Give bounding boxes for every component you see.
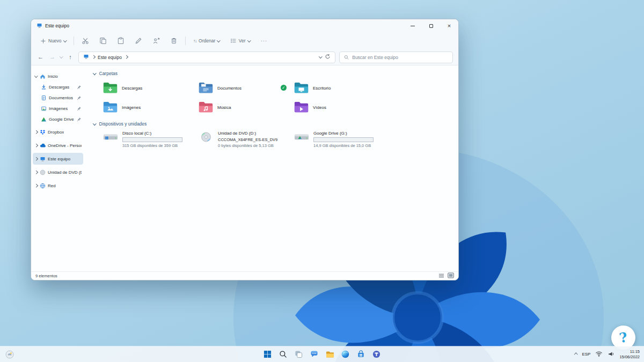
folder-tile-descargas[interactable]: Descargas (103, 80, 199, 95)
address-dropdown-chevron-icon[interactable] (319, 55, 322, 58)
cut-icon (82, 37, 89, 45)
start-button[interactable] (261, 348, 274, 361)
new-button[interactable]: Nuevo (38, 36, 69, 46)
drive-tile-google-drive[interactable]: Google Drive (G:) 14,9 GB disponibles de… (294, 131, 390, 148)
folder-tile-videos[interactable]: Vídeos (294, 100, 390, 115)
network-globe-icon (40, 183, 46, 189)
drive-tile-dvd[interactable]: Unidad de DVD (D:) CCCOMA_X64FRE_ES-ES_D… (199, 131, 294, 148)
chevron-right-icon (34, 144, 38, 147)
clock[interactable]: 11:15 15/06/2022 (619, 349, 640, 360)
plus-icon (40, 38, 46, 44)
sidebar-item-inicio[interactable]: Inicio (33, 71, 83, 82)
sidebar-item-descargas[interactable]: Descargas (33, 82, 83, 92)
widgets-icon[interactable] (5, 350, 14, 359)
pin-icon (77, 95, 82, 100)
desktop: Este equipo × Nuevo (0, 0, 644, 362)
breadcrumb-chevron-icon[interactable] (125, 55, 128, 58)
refresh-button[interactable] (325, 54, 331, 61)
sort-icon: ↑↓ (193, 39, 196, 43)
chevron-down-icon (247, 39, 251, 42)
rename-button[interactable] (132, 35, 145, 46)
devices-grid: Disco local (C:) 315 GB disponibles de 3… (103, 131, 454, 148)
task-view-icon (295, 350, 303, 358)
taskbar-search-button[interactable] (276, 348, 290, 361)
details-view-button[interactable] (438, 273, 444, 279)
more-options-button[interactable]: ··· (258, 36, 270, 45)
forward-button[interactable]: → (48, 54, 56, 60)
task-view-button[interactable] (292, 348, 305, 361)
pin-icon (77, 85, 82, 90)
recent-locations-chevron-icon[interactable] (60, 55, 63, 58)
up-button[interactable]: ↑ (67, 54, 75, 60)
view-button[interactable]: Ver (228, 36, 253, 46)
sidebar-item-dvd[interactable]: Unidad de DVD (D:) (33, 166, 83, 178)
show-hidden-icons-chevron-icon[interactable] (574, 353, 577, 356)
wifi-icon[interactable] (595, 351, 603, 358)
navigation-pane: Inicio Descargas Documentos (31, 65, 85, 271)
sort-button[interactable]: ↑↓ Ordenar (191, 36, 223, 45)
back-button[interactable]: ← (36, 54, 45, 60)
chevron-down-icon[interactable] (93, 71, 96, 75)
chat-button[interactable] (308, 348, 321, 361)
edge-icon (341, 350, 349, 358)
volume-label: CCCOMA_X64FRE_ES-ES_DV9 (218, 137, 277, 142)
items-view: Carpetas Descargas Documentos (85, 65, 458, 271)
onedrive-cloud-icon (40, 143, 46, 149)
sidebar-item-imagenes[interactable]: Imágenes (33, 103, 83, 114)
this-pc-icon (40, 156, 46, 162)
music-folder-icon (199, 101, 213, 113)
this-pc-icon (83, 54, 89, 61)
delete-button[interactable] (167, 35, 180, 46)
close-button[interactable]: × (440, 19, 458, 32)
search-icon (279, 350, 287, 358)
minimize-button[interactable] (404, 19, 422, 32)
explorer-window: Este equipo × Nuevo (31, 19, 459, 280)
search-input[interactable] (352, 55, 448, 60)
window-icon (36, 23, 42, 29)
folder-tile-imagenes[interactable]: Imágenes (103, 100, 199, 115)
teams-button[interactable] (370, 348, 383, 361)
pin-icon (77, 117, 82, 122)
titlebar[interactable]: Este equipo × (31, 19, 458, 32)
edge-button[interactable] (339, 348, 352, 361)
copy-button[interactable] (97, 35, 109, 46)
language-indicator[interactable]: ESP (582, 352, 590, 357)
clock-time: 11:15 (619, 349, 640, 354)
dvd-drive-icon (199, 131, 214, 143)
refresh-icon (325, 54, 331, 60)
paste-button[interactable] (114, 35, 127, 46)
breadcrumb-chevron-icon (92, 55, 95, 58)
chevron-down-icon (34, 74, 38, 77)
sidebar-item-google-drive[interactable]: Google Drive (G:) (33, 114, 83, 124)
pin-icon (77, 106, 82, 111)
drive-free-space: 315 GB disponibles de 359 GB (122, 143, 182, 148)
chevron-down-icon[interactable] (93, 122, 96, 125)
section-header-dispositivos[interactable]: Dispositivos y unidades (93, 121, 454, 127)
cut-button[interactable] (79, 35, 92, 46)
search-box[interactable] (339, 51, 453, 63)
sidebar-item-onedrive[interactable]: OneDrive - Personal (33, 139, 83, 151)
maximize-button[interactable] (422, 19, 440, 32)
chevron-right-icon (34, 130, 38, 134)
taskbar: ESP 11:15 15/06/2022 (0, 346, 644, 362)
volume-icon[interactable] (608, 351, 614, 358)
folder-tile-escritorio[interactable]: Escritorio (294, 80, 390, 95)
download-icon (41, 84, 47, 90)
sidebar-item-dropbox[interactable]: Dropbox (33, 126, 83, 138)
sidebar-item-red[interactable]: Red (33, 180, 83, 191)
breadcrumb[interactable]: Este equipo (98, 55, 122, 60)
sidebar-item-documentos[interactable]: Documentos (33, 92, 83, 103)
drive-tile-c[interactable]: Disco local (C:) 315 GB disponibles de 3… (103, 131, 199, 148)
section-header-carpetas[interactable]: Carpetas (93, 71, 454, 76)
drive-name: Unidad de DVD (D:) (218, 131, 277, 136)
large-icons-view-button[interactable] (448, 272, 454, 279)
sidebar-item-este-equipo[interactable]: Este equipo (33, 153, 83, 165)
store-button[interactable] (354, 348, 368, 361)
file-explorer-button[interactable] (323, 348, 336, 361)
share-button[interactable] (150, 35, 163, 46)
folders-grid: Descargas Documentos ✓ Escritorio (103, 80, 454, 115)
folder-tile-musica[interactable]: Música (199, 100, 294, 115)
folder-tile-documentos[interactable]: Documentos ✓ (199, 80, 294, 95)
address-bar[interactable]: Este equipo (78, 51, 336, 63)
videos-folder-icon (294, 101, 309, 113)
